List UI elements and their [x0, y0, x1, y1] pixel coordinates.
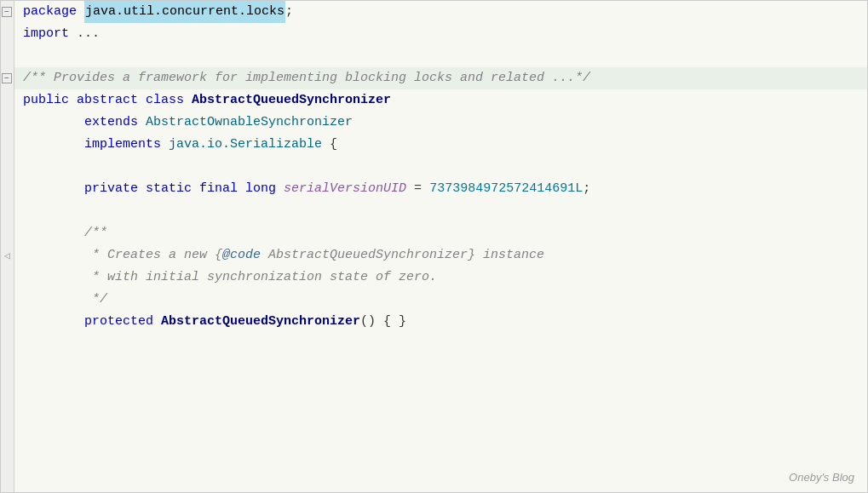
fold-button-4[interactable]: − [2, 73, 12, 83]
implements-type: java.io.Serializable [169, 134, 322, 156]
fold-gutter-11 [1, 222, 14, 244]
indent-9 [23, 178, 84, 200]
kw-implements: implements [84, 134, 169, 156]
left-gutter: − − ◁ [1, 1, 14, 492]
code-line-10 [14, 200, 867, 222]
constructor-body: () { } [360, 311, 406, 333]
code-line-11: /** [14, 222, 867, 244]
code-line-1: package java.util.concurrent.locks; [14, 1, 867, 23]
fold-gutter-13 [1, 267, 14, 289]
code-line-9: private static final long serialVersionU… [14, 178, 867, 200]
fold-gutter-1[interactable]: − [1, 1, 14, 23]
kw-private: private [84, 178, 146, 200]
fold-gutter-10 [1, 200, 14, 222]
code-line-14: */ [14, 289, 867, 311]
watermark: Oneby's Blog [789, 471, 854, 484]
constructor-name: AbstractQueuedSynchronizer [161, 311, 360, 333]
equals-op: = [406, 178, 429, 200]
code-line-7: implements java.io.Serializable { [14, 134, 867, 156]
kw-protected: protected [84, 311, 161, 333]
kw-extends: extends [84, 112, 146, 134]
indent-15 [23, 311, 84, 333]
serial-value: 7373984972572414691L [429, 178, 583, 200]
indent-12 [23, 244, 92, 267]
fold-gutter-3 [1, 45, 14, 67]
code-line-4: /** Provides a framework for implementin… [14, 67, 867, 89]
fold-gutter-4[interactable]: − [1, 67, 14, 89]
fold-gutter-15 [1, 311, 14, 333]
kw-abstract: abstract [77, 89, 146, 112]
fold-gutter-14 [1, 289, 14, 311]
javadoc-line-with: * with initial synchronization state of … [92, 267, 437, 289]
code-line-12: * Creates a new {@code AbstractQueuedSyn… [14, 244, 867, 267]
kw-class: class [146, 89, 192, 112]
semicolon-9: ; [583, 178, 590, 200]
javadoc-summary: /** Provides a framework for implementin… [23, 67, 590, 89]
kw-import: import [23, 23, 77, 45]
code-line-15: protected AbstractQueuedSynchronizer() {… [14, 311, 867, 333]
javadoc-line-creates: * Creates a new { [92, 244, 222, 267]
open-brace: { [322, 134, 337, 156]
editor-container: − − ◁ package java.util.concurrent.locks… [0, 0, 868, 493]
code-area: package java.util.concurrent.locks; impo… [14, 1, 867, 492]
fold-gutter-6 [1, 112, 14, 134]
javadoc-line-creates-2: AbstractQueuedSynchronizer} instance [261, 244, 544, 267]
code-line-13: * with initial synchronization state of … [14, 267, 867, 289]
fold-gutter-9 [1, 178, 14, 200]
kw-public: public [23, 89, 77, 112]
indent-7 [23, 134, 84, 156]
package-name-highlighted: java.util.concurrent.locks [84, 1, 285, 23]
fold-gutter-2 [1, 23, 14, 45]
classname-aqs: AbstractQueuedSynchronizer [192, 89, 391, 112]
fold-gutter-5 [1, 89, 14, 112]
indent-14 [23, 289, 92, 311]
code-line-3 [14, 45, 867, 67]
semicolon-1: ; [285, 1, 293, 23]
fold-gutter-12[interactable]: ◁ [1, 244, 14, 267]
fold-gutter-8 [1, 156, 14, 178]
code-line-6: extends AbstractOwnableSynchronizer [14, 112, 867, 134]
indent-6 [23, 112, 84, 134]
javadoc-tag-code: @code [222, 244, 261, 267]
code-line-2: import ... [14, 23, 867, 45]
kw-static: static [146, 178, 199, 200]
fold-gutter-7 [1, 134, 14, 156]
indent-11 [23, 222, 84, 244]
code-line-8 [14, 156, 867, 178]
import-ellipsis: ... [77, 23, 100, 45]
extends-classname: AbstractOwnableSynchronizer [146, 112, 353, 134]
javadoc-close: */ [92, 289, 107, 311]
javadoc-open: /** [84, 222, 107, 244]
kw-final: final [199, 178, 245, 200]
indent-13 [23, 267, 92, 289]
kw-package: package [23, 1, 84, 23]
fold-button-1[interactable]: − [2, 7, 12, 17]
code-line-5: public abstract class AbstractQueuedSync… [14, 89, 867, 112]
kw-long: long [245, 178, 284, 200]
field-serialversionuid: serialVersionUID [284, 178, 406, 200]
